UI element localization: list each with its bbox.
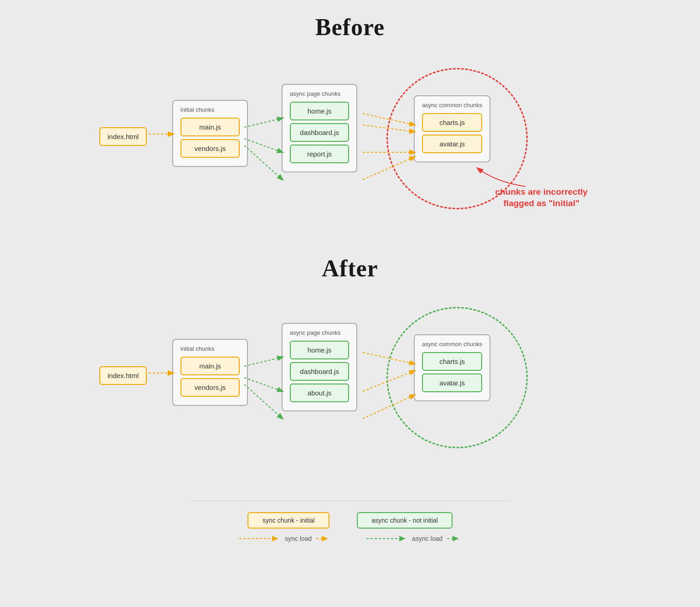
svg-line-1 (244, 118, 283, 127)
after-initial-main: main.js (180, 357, 240, 375)
before-async-page-container: async page chunks home.js dashboard.js r… (282, 84, 357, 172)
after-common-avatar: avatar.js (422, 374, 482, 392)
legend-sync-box: sync chunk - initial (247, 512, 329, 529)
legend-async-arrow-svg (366, 535, 407, 542)
before-initial-label: initial chunks (180, 106, 240, 113)
svg-line-13 (363, 371, 415, 391)
before-common-charts: charts.js (422, 113, 482, 132)
after-async-page-label: async page chunks (290, 329, 349, 336)
legend-sync-load: sync load (239, 535, 330, 542)
before-index-html: index.html (99, 127, 147, 146)
after-canvas: index.html initial chunks main.js vendor… (99, 296, 601, 487)
svg-line-5 (363, 125, 415, 132)
after-page-home: home.js (290, 341, 349, 359)
svg-line-3 (244, 145, 283, 180)
after-initial-vendors: vendors.js (180, 378, 240, 397)
svg-line-14 (363, 395, 415, 419)
svg-line-9 (244, 357, 283, 366)
after-async-common-chunks: async common chunks charts.js avatar.js (414, 334, 490, 401)
after-common-charts: charts.js (422, 352, 482, 371)
after-title: After (0, 255, 700, 282)
before-section: Before index.html initial chunks main.js… (0, 14, 700, 246)
before-async-common-label: async common chunks (422, 102, 482, 109)
legend-sync-arrow-svg (239, 535, 280, 542)
after-initial-label: initial chunks (180, 345, 240, 352)
legend-sync-load-label: sync load (285, 535, 312, 542)
svg-line-4 (363, 114, 415, 125)
before-initial-vendors: vendors.js (180, 139, 240, 158)
before-index-box: index.html (99, 127, 147, 146)
after-async-page-chunks: async page chunks home.js dashboard.js a… (282, 323, 357, 411)
before-async-common-container: async common chunks charts.js avatar.js (414, 95, 490, 162)
svg-line-12 (363, 353, 415, 364)
after-section: After index.html initial chunks main.js … (0, 255, 700, 487)
after-async-page-container: async page chunks home.js dashboard.js a… (282, 323, 357, 411)
before-async-common-chunks: async common chunks charts.js avatar.js (414, 95, 490, 162)
before-async-page-label: async page chunks (290, 90, 349, 97)
before-page-dashboard: dashboard.js (290, 123, 349, 142)
legend-section: sync chunk - initial async chunk - not i… (0, 501, 700, 542)
before-title: Before (0, 14, 700, 41)
before-page-home: home.js (290, 102, 349, 120)
after-async-common-container: async common chunks charts.js avatar.js (414, 334, 490, 401)
legend-arrows-row: sync load (239, 535, 461, 542)
after-initial-chunks: initial chunks main.js vendors.js (172, 339, 248, 406)
after-initial-container: initial chunks main.js vendors.js (172, 339, 248, 406)
legend-async-load: async load (366, 535, 461, 542)
legend-async-box: async chunk - not initial (357, 512, 453, 529)
svg-line-10 (244, 378, 283, 391)
legend-sync-arrow-right (316, 535, 330, 542)
svg-line-7 (363, 157, 415, 180)
before-canvas: index.html initial chunks main.js vendor… (99, 54, 601, 246)
svg-line-11 (244, 384, 283, 419)
after-index-box: index.html (99, 366, 147, 385)
after-page-about: about.js (290, 384, 349, 402)
before-initial-container: initial chunks main.js vendors.js (172, 100, 248, 167)
legend-sync-item: sync chunk - initial (247, 512, 329, 529)
before-initial-main: main.js (180, 118, 240, 136)
after-async-common-label: async common chunks (422, 341, 482, 348)
before-initial-chunks: initial chunks main.js vendors.js (172, 100, 248, 167)
before-error-annotation: chunks are incorrectlyflagged as "initia… (491, 187, 592, 209)
legend-async-load-label: async load (412, 535, 443, 542)
before-async-page-chunks: async page chunks home.js dashboard.js r… (282, 84, 357, 172)
svg-line-2 (244, 139, 283, 152)
legend-async-item: async chunk - not initial (357, 512, 453, 529)
main-container: Before index.html initial chunks main.js… (0, 0, 700, 607)
before-common-avatar: avatar.js (422, 135, 482, 153)
before-page-report: report.js (290, 145, 349, 163)
legend-async-arrow-right (447, 535, 461, 542)
legend-separator (190, 501, 510, 501)
after-page-dashboard: dashboard.js (290, 362, 349, 381)
legend-boxes-row: sync chunk - initial async chunk - not i… (247, 512, 453, 529)
after-index-html: index.html (99, 366, 147, 385)
